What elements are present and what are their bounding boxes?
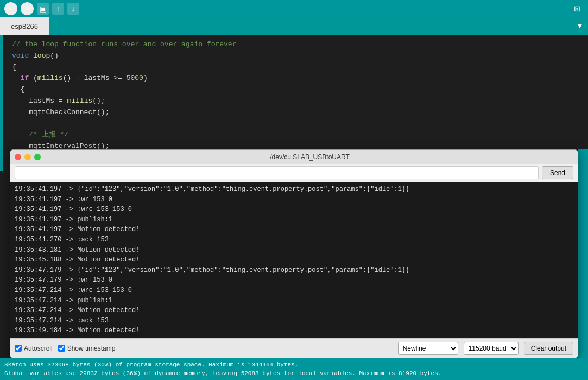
status-line-1: Sketch uses 323068 bytes (30%) of progra… [4,360,584,370]
right-arrow-btn[interactable]: → [21,2,34,15]
serial-bottom-bar: Autoscroll Show timestamp Newline No lin… [10,338,578,358]
code-line: // the loop function runs over and over … [12,39,581,51]
maximize-dot[interactable] [34,154,41,160]
serial-output[interactable]: 19:35:41.197 -> {"id":"123","version":"1… [10,182,578,338]
status-line-2: Global variables use 29832 bytes (36%) o… [4,369,584,378]
autoscroll-checkbox[interactable] [15,345,22,352]
code-line: mqttCheckConnect(); [12,107,581,119]
serial-title: /dev/cu.SLAB_USBtoUART [46,153,573,161]
code-line: { [12,84,581,96]
code-line: lastMs = millis(); [12,96,581,107]
tab-label: esp8266 [11,22,38,30]
download-btn[interactable]: ↓ [67,3,79,15]
line-number-bar [0,35,3,171]
serial-monitor-window: /dev/cu.SLAB_USBtoUART Send 19:35:41.197… [10,149,578,358]
serial-input[interactable] [15,166,539,179]
tab-arrow[interactable]: ▼ [572,17,588,35]
upload-btn[interactable]: ↑ [52,3,64,15]
autoscroll-label[interactable]: Autoscroll [15,345,53,352]
code-line: /* 上报 */ [12,129,581,141]
teal-strip [578,149,588,358]
traffic-lights [15,154,41,160]
code-line: { [12,62,581,73]
serial-input-row: Send [10,164,578,182]
show-timestamp-checkbox[interactable] [58,345,65,352]
autoscroll-text: Autoscroll [24,345,53,352]
tab-bar: esp8266 ▼ [0,17,588,35]
clear-output-button[interactable]: Clear output [524,342,573,355]
baud-select[interactable]: 9600 baud 19200 baud 38400 baud 57600 ba… [464,342,519,355]
serial-title-bar: /dev/cu.SLAB_USBtoUART [10,150,578,164]
send-button[interactable]: Send [542,166,573,179]
code-line [12,119,581,130]
new-file-btn[interactable]: ▣ [37,3,49,15]
close-dot[interactable] [15,154,21,160]
show-timestamp-text: Show timestamp [67,345,116,352]
left-arrow-btn[interactable]: ← [4,2,17,15]
tab-esp8266[interactable]: esp8266 [0,17,49,35]
minimize-dot[interactable] [24,154,31,160]
code-line: void loop() [12,51,581,62]
code-line: if (millis() - lastMs >= 5000) [12,73,581,84]
newline-select[interactable]: Newline No line ending Carriage return B… [398,342,458,355]
show-timestamp-label[interactable]: Show timestamp [58,345,116,352]
toolbar: ← → ▣ ↑ ↓ ⊡ [0,0,588,17]
status-bar: Sketch uses 323068 bytes (30%) of progra… [0,358,588,380]
serial-monitor-icon[interactable]: ⊡ [571,2,584,15]
